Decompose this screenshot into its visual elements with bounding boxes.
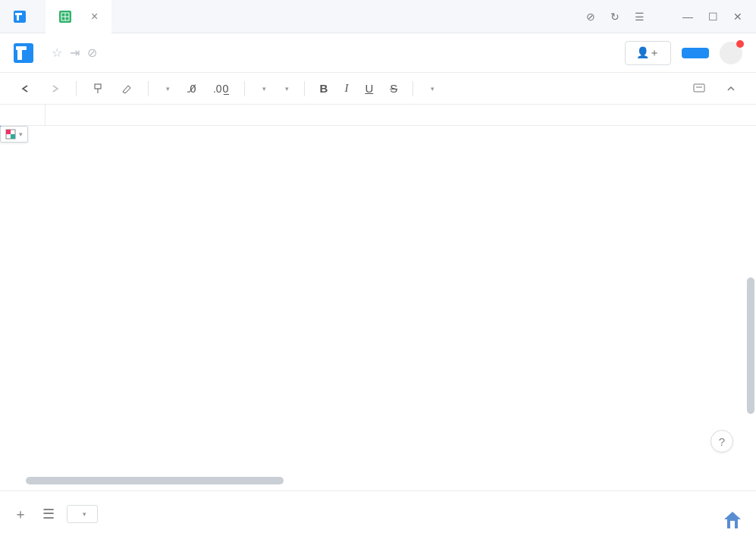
svg-rect-12 — [6, 130, 11, 134]
clear-format-button[interactable] — [114, 80, 139, 98]
share-button[interactable] — [682, 48, 709, 58]
paste-options-button[interactable]: ▾ — [0, 126, 28, 143]
add-user-button[interactable]: 👤＋ — [625, 41, 671, 65]
tab-tencent-docs[interactable] — [0, 0, 45, 33]
help-button[interactable]: ? — [711, 430, 733, 453]
sheet-tab[interactable]: ▾ — [67, 505, 98, 523]
italic-button[interactable]: I — [338, 79, 354, 98]
font-size-dropdown[interactable]: ▾ — [277, 82, 295, 96]
header: ☆ ⇥ ⊘ 👤＋ — [0, 33, 756, 73]
chevron-down-icon: ▾ — [19, 130, 23, 138]
chevron-down-icon: ▾ — [83, 510, 86, 518]
vertical-scrollbar[interactable] — [745, 277, 756, 479]
avatar[interactable] — [720, 42, 742, 64]
undo-button[interactable] — [14, 80, 38, 98]
minimize-icon[interactable]: — — [682, 11, 693, 23]
folder-icon[interactable]: ⇥ — [70, 45, 80, 60]
comment-button[interactable] — [686, 79, 712, 99]
toolbar: ▾ .0̸ .00̲ ▾ ▾ B I U S ▾ — [0, 73, 756, 105]
svg-rect-2 — [15, 13, 22, 15]
svg-rect-9 — [694, 84, 704, 92]
menu-icon[interactable]: ☰ — [635, 11, 645, 23]
svg-rect-7 — [95, 84, 101, 89]
name-box-bar — [0, 105, 756, 126]
spreadsheet-grid[interactable]: ▾ — [0, 126, 756, 479]
close-window-icon[interactable]: ✕ — [733, 11, 742, 23]
all-sheets-button[interactable]: ☰ — [39, 503, 58, 525]
font-dropdown[interactable]: ▾ — [254, 82, 272, 96]
star-icon[interactable]: ☆ — [52, 45, 62, 60]
tab-document[interactable]: × — [45, 0, 111, 33]
horizontal-scrollbar[interactable] — [26, 477, 284, 484]
close-icon[interactable]: × — [91, 10, 98, 24]
svg-rect-0 — [14, 11, 26, 23]
refresh-icon[interactable]: ↻ — [610, 11, 620, 23]
increase-decimal-button[interactable]: .00̲ — [207, 80, 235, 98]
paste-icon — [5, 129, 16, 139]
bold-button[interactable]: B — [314, 79, 334, 98]
format-painter-button[interactable] — [86, 80, 110, 98]
user-plus-icon: 👤＋ — [636, 46, 660, 58]
add-sheet-button[interactable]: ＋ — [11, 502, 30, 526]
more-dropdown[interactable]: ▾ — [422, 82, 441, 96]
decrease-decimal-button[interactable]: .0̸ — [180, 80, 202, 98]
underline-button[interactable]: U — [359, 79, 379, 98]
stop-icon[interactable]: ⊘ — [586, 11, 595, 23]
window-controls: ⊘ ↻ ☰ — ☐ ✕ — [586, 11, 756, 23]
svg-rect-15 — [730, 521, 735, 528]
sync-icon[interactable]: ⊘ — [87, 45, 97, 60]
titlebar: × ⊘ ↻ ☰ — ☐ ✕ — [0, 0, 756, 33]
name-box[interactable] — [0, 105, 45, 125]
watermark — [723, 510, 747, 530]
redo-button[interactable] — [42, 80, 67, 98]
number-format-dropdown[interactable]: ▾ — [158, 82, 176, 96]
maximize-icon[interactable]: ☐ — [708, 11, 718, 23]
tencent-docs-icon — [14, 11, 26, 23]
svg-rect-13 — [11, 134, 15, 139]
collapse-toolbar-button[interactable] — [720, 80, 742, 97]
strikethrough-button[interactable]: S — [384, 79, 403, 98]
app-logo-icon — [14, 43, 33, 63]
sheet-bar: ＋ ☰ ▾ — [0, 491, 756, 536]
sheet-icon — [59, 11, 71, 23]
